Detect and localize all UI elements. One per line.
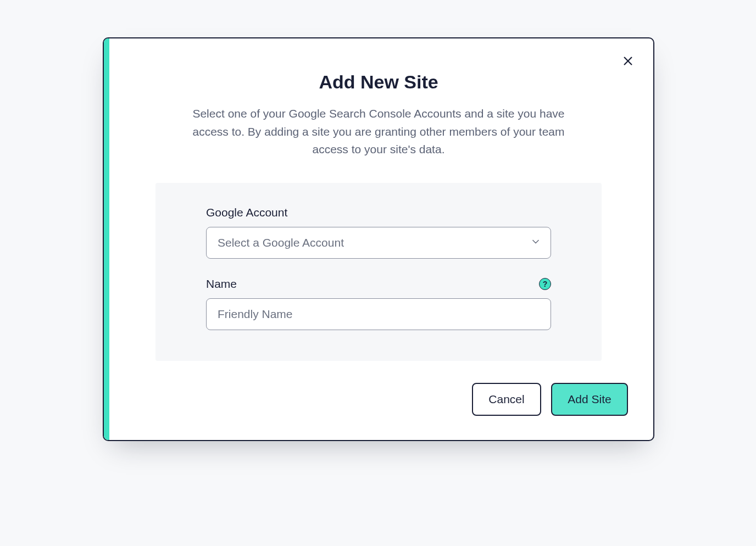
google-account-select[interactable]: Select a Google Account (206, 227, 551, 259)
modal-header: Add New Site Select one of your Google S… (104, 38, 653, 159)
modal-footer: Cancel Add Site (104, 361, 653, 440)
help-icon[interactable]: ? (539, 278, 551, 290)
modal-subtitle: Select one of your Google Search Console… (192, 105, 565, 159)
google-account-selected-text: Select a Google Account (218, 236, 344, 249)
form-panel: Google Account Select a Google Account N… (155, 183, 602, 361)
close-icon (622, 55, 634, 69)
cancel-button[interactable]: Cancel (472, 383, 541, 416)
name-input[interactable] (206, 298, 551, 330)
modal-accent-bar (104, 38, 109, 440)
name-field: Name ? (206, 277, 551, 330)
google-account-field: Google Account Select a Google Account (206, 206, 551, 259)
add-site-modal: Add New Site Select one of your Google S… (103, 37, 654, 441)
name-label: Name (206, 277, 237, 291)
close-button[interactable] (618, 52, 638, 71)
modal-title: Add New Site (170, 71, 587, 93)
google-account-label: Google Account (206, 206, 287, 219)
add-site-button[interactable]: Add Site (551, 383, 628, 416)
